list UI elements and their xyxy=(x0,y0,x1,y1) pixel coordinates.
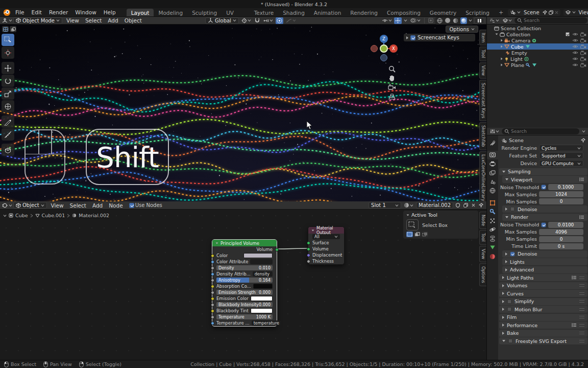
orientation-dropdown[interactable]: Global xyxy=(205,17,239,24)
breadcrumb-item[interactable]: Cube.001 xyxy=(42,213,65,218)
workspace-tab-compositing[interactable]: Compositing xyxy=(382,9,425,16)
properties-tab-output[interactable] xyxy=(487,159,498,169)
outliner[interactable]: Scene CollectionCollectionCameraCubeEmpt… xyxy=(487,25,588,128)
node-input-volume[interactable]: Volume xyxy=(308,246,344,252)
node-input-displacement[interactable]: Displacement xyxy=(308,252,344,258)
render-visibility-toggle[interactable] xyxy=(580,51,586,55)
xray-toggle[interactable] xyxy=(427,17,434,24)
disclosure-icon[interactable] xyxy=(502,308,504,311)
preset-list-icon[interactable] xyxy=(572,275,577,280)
properties-tab-object[interactable] xyxy=(487,198,498,208)
tool-scale[interactable] xyxy=(2,87,14,100)
zoom-icon[interactable] xyxy=(388,64,397,73)
workspace-tab-modeling[interactable]: Modeling xyxy=(154,9,187,16)
tool-rotate[interactable] xyxy=(2,75,14,87)
new-material-button[interactable] xyxy=(462,202,469,209)
panel-checkbox[interactable] xyxy=(510,207,515,212)
prop-checkbox[interactable] xyxy=(542,185,546,190)
shading-material-button[interactable] xyxy=(452,17,459,24)
text-field[interactable]: temperature xyxy=(252,320,281,326)
prop-value-slider[interactable]: 0 xyxy=(539,198,583,204)
screencast-keys-panel[interactable]: Screencast Keys xyxy=(404,34,475,41)
shading-solid-button[interactable] xyxy=(445,17,451,24)
node-input-blackbody-intensity[interactable]: Blackbody Intensity0.000 xyxy=(212,302,277,308)
socket-yellow[interactable] xyxy=(211,309,214,313)
node-input-anisotropy[interactable]: Anisotropy0.164 xyxy=(212,277,277,283)
tool-icon-fallback[interactable] xyxy=(10,26,16,32)
collapse-icon[interactable] xyxy=(312,229,314,231)
node-slider[interactable]: Temperature1000 K xyxy=(216,314,273,319)
node-input-absorption-co-[interactable]: Absorption Co... xyxy=(212,283,277,289)
color-swatch[interactable] xyxy=(251,296,273,301)
editor-type-properties-button[interactable] xyxy=(489,128,500,135)
panel-denoise[interactable]: Denoise xyxy=(502,205,587,213)
unlink-icon[interactable] xyxy=(555,11,558,14)
workspace-tab-layout[interactable]: Layout xyxy=(127,9,154,16)
disclosure-icon[interactable] xyxy=(505,268,507,271)
viewport-options-button[interactable]: Options xyxy=(446,26,478,33)
disclosure-icon[interactable] xyxy=(501,58,502,60)
shading-settings-button[interactable] xyxy=(469,19,472,22)
overlays-toggle[interactable] xyxy=(409,17,422,24)
node-input-surface[interactable]: Surface xyxy=(308,240,344,246)
properties-tab-scene[interactable] xyxy=(487,177,498,187)
prop-value-slider[interactable]: 4096 xyxy=(539,229,583,235)
outliner-display-mode-button[interactable] xyxy=(489,17,500,24)
proportional-edit-toggle[interactable] xyxy=(276,17,283,24)
field-dropdown[interactable]: Cycles xyxy=(539,145,583,151)
workspace-tab-scripting[interactable]: Scripting xyxy=(461,9,494,16)
disclosure-icon[interactable] xyxy=(502,332,504,335)
workspace-tab-rendering[interactable]: Rendering xyxy=(346,9,382,16)
disclosure-icon[interactable] xyxy=(505,178,508,180)
node-input-temperature[interactable]: Temperature1000 K xyxy=(212,314,277,320)
render-visibility-toggle[interactable] xyxy=(580,44,586,49)
workspace-tab-geometry-nodes[interactable]: Geometry Nodes xyxy=(425,9,461,16)
panel-sampling[interactable]: Sampling xyxy=(499,168,587,175)
node-input-temperature-[interactable]: Temperature ...temperature xyxy=(212,320,277,326)
shading-wireframe-button[interactable] xyxy=(436,17,443,24)
properties-search[interactable] xyxy=(502,128,579,134)
text-field[interactable]: density xyxy=(253,271,273,277)
socket-gray[interactable] xyxy=(211,303,214,307)
render-visibility-toggle[interactable] xyxy=(580,63,586,67)
color-swatch[interactable] xyxy=(243,253,273,258)
viewport-tab-tool[interactable]: Tool xyxy=(479,47,486,61)
prop-value-slider[interactable]: 0.0100 xyxy=(548,222,583,228)
prop-value-slider[interactable]: 1024 xyxy=(539,191,583,197)
render-visibility-toggle[interactable] xyxy=(580,38,586,43)
menu-render[interactable]: Render xyxy=(45,9,71,16)
properties-tab-physics[interactable] xyxy=(487,225,498,235)
breadcrumb-item[interactable]: Cube xyxy=(15,213,28,218)
snap-toggle[interactable] xyxy=(254,17,261,24)
shader-tab-tool[interactable]: Tool xyxy=(479,230,486,245)
panel-checkbox[interactable] xyxy=(508,339,513,343)
viewport-tab-luxcoreonlinelibrary[interactable]: LuxCoreOnlineLibrary xyxy=(479,151,486,201)
socket-gray[interactable] xyxy=(307,260,310,263)
panel-curves[interactable]: Curves xyxy=(499,290,587,297)
drag-handle-icon[interactable] xyxy=(579,284,584,287)
disclosure-icon[interactable] xyxy=(502,276,504,279)
panel-motion-blur[interactable]: Motion Blur xyxy=(499,306,587,313)
disclosure-icon[interactable] xyxy=(496,33,498,35)
mode-dropdown[interactable]: Object Mode xyxy=(13,17,62,24)
text-field[interactable] xyxy=(250,259,273,264)
properties-options-button[interactable] xyxy=(581,128,586,135)
menu-edit[interactable]: Edit xyxy=(28,9,45,16)
panel-bake[interactable]: Bake xyxy=(499,330,587,337)
disclosure-icon[interactable] xyxy=(505,208,507,211)
copy-icon[interactable] xyxy=(549,10,553,15)
properties-tab-viewlayer[interactable] xyxy=(487,169,498,178)
node-input-emission-strength[interactable]: Emission Strength0.000 xyxy=(212,289,277,295)
panel-light-paths[interactable]: Light Paths xyxy=(499,274,587,281)
outliner-row-scene-collection[interactable]: Scene Collection xyxy=(487,25,588,31)
drag-handle-icon[interactable] xyxy=(579,332,584,334)
perspective-toggle-icon[interactable] xyxy=(388,92,397,101)
outliner-row-cube[interactable]: Cube xyxy=(487,43,588,50)
node-slider[interactable]: Blackbody Intensity0.000 xyxy=(216,302,273,307)
node-principled-volume[interactable]: Principled Volume Volume ColorColor Attr… xyxy=(212,239,277,327)
select-mode-set[interactable] xyxy=(406,232,413,237)
viewport-menu-add[interactable]: Add xyxy=(105,17,121,24)
viewport-tab-sketchfab[interactable]: Sketchfab xyxy=(479,122,486,150)
gizmos-toggle[interactable] xyxy=(394,17,402,24)
shader-editor[interactable]: Object ViewSelectAddNode Use Nodes Slot … xyxy=(0,201,486,360)
